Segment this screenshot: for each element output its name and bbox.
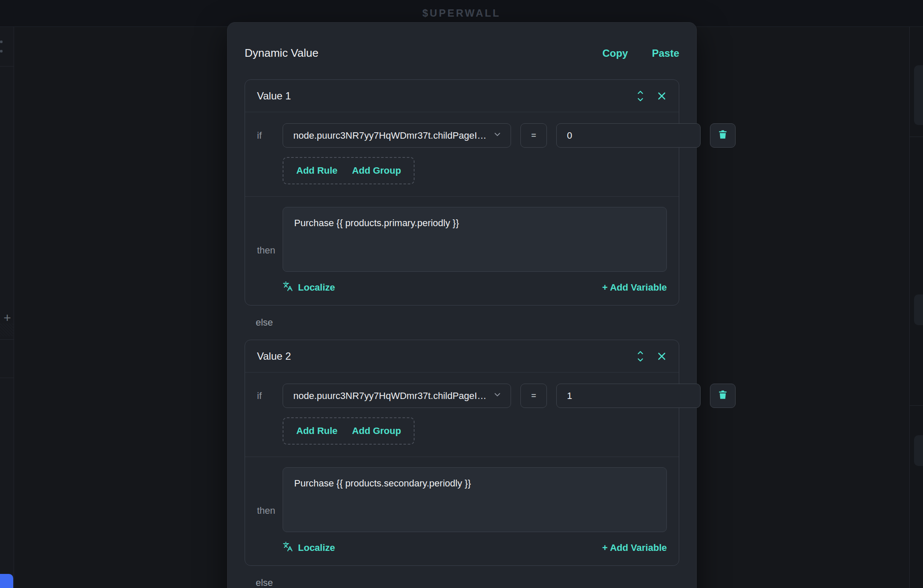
then-label: then: [257, 505, 283, 516]
modal-actions: Copy Paste: [602, 47, 679, 59]
divider: [0, 66, 14, 67]
divider: [0, 378, 14, 378]
else-label: else: [256, 577, 679, 588]
add-rule-group-box: Add Rule Add Group: [283, 157, 415, 184]
condition-value-input[interactable]: [556, 123, 701, 148]
if-label: if: [257, 130, 283, 141]
else-label: else: [256, 317, 679, 328]
add-rule-group-box: Add Rule Add Group: [283, 417, 415, 445]
operator-button[interactable]: =: [520, 384, 547, 408]
chat-launcher-badge[interactable]: [0, 574, 13, 588]
then-label: then: [257, 245, 283, 256]
then-footer: Localize + Add Variable: [283, 281, 667, 294]
add-rule-button[interactable]: Add Rule: [296, 425, 338, 437]
then-footer: Localize + Add Variable: [283, 541, 667, 554]
condition-field-value: node.puurc3NR7yy7HqWDmr37t.childPageI…: [293, 390, 486, 402]
add-variable-button[interactable]: + Add Variable: [602, 542, 667, 553]
value-card-header: Value 1: [245, 80, 679, 112]
left-panel-edge: [0, 27, 14, 588]
value-card-title: Value 2: [257, 350, 291, 362]
remove-value-button[interactable]: [657, 351, 667, 361]
dynamic-value-modal: Dynamic Value Copy Paste Value 1: [227, 22, 697, 588]
chevrons-up-down-icon: [635, 90, 646, 102]
then-section: then Purchase {{ products.primary.period…: [245, 196, 679, 305]
trash-icon: [717, 129, 728, 143]
add-node-button[interactable]: +: [1, 311, 14, 324]
modal-header: Dynamic Value Copy Paste: [245, 47, 679, 60]
add-group-button[interactable]: Add Group: [352, 425, 401, 437]
trash-icon: [717, 389, 728, 403]
move-value-button[interactable]: [635, 350, 646, 363]
divider: [910, 405, 923, 406]
then-value-textarea[interactable]: Purchase {{ products.primary.periodly }}: [283, 207, 667, 272]
chevrons-up-down-icon: [635, 350, 646, 363]
divider: [910, 137, 923, 137]
left-panel-icon-fragment: [0, 41, 3, 43]
rule-row: node.puurc3NR7yy7HqWDmr37t.childPageI… =: [283, 123, 736, 148]
localize-label: Localize: [298, 542, 335, 553]
add-rule-button[interactable]: Add Rule: [296, 165, 338, 176]
remove-value-button[interactable]: [657, 91, 667, 101]
localize-button[interactable]: Localize: [283, 541, 335, 554]
value-card-2: Value 2 if: [245, 340, 679, 566]
paste-button[interactable]: Paste: [652, 47, 679, 59]
then-value-textarea[interactable]: Purchase {{ products.secondary.periodly …: [283, 467, 667, 532]
languages-icon: [283, 541, 293, 554]
app-screen: $UPERWALL + Dynamic Value Copy Paste: [0, 0, 923, 588]
close-icon: [657, 91, 667, 101]
copy-button[interactable]: Copy: [602, 47, 628, 59]
value-card-1: Value 1 if: [245, 79, 679, 306]
move-value-button[interactable]: [635, 90, 646, 102]
condition-value-input[interactable]: [556, 384, 701, 408]
delete-rule-button[interactable]: [710, 384, 736, 408]
right-panel-fragment: [914, 294, 923, 325]
page-title: Dynamic Value: [245, 47, 318, 60]
left-panel-icon-fragment: [0, 50, 3, 52]
condition-field-dropdown[interactable]: node.puurc3NR7yy7HqWDmr37t.childPageI…: [283, 384, 511, 408]
localize-label: Localize: [298, 282, 335, 293]
right-panel-fragment: [914, 435, 923, 466]
condition-field-value: node.puurc3NR7yy7HqWDmr37t.childPageI…: [293, 130, 486, 141]
languages-icon: [283, 281, 293, 294]
delete-rule-button[interactable]: [710, 123, 736, 148]
chevron-down-icon: [493, 390, 502, 402]
add-variable-button[interactable]: + Add Variable: [602, 282, 667, 293]
value-card-controls: [635, 350, 667, 363]
then-section: then Purchase {{ products.secondary.peri…: [245, 457, 679, 565]
superwall-logo: $UPERWALL: [422, 7, 501, 19]
chevron-down-icon: [493, 130, 502, 142]
value-card-controls: [635, 90, 667, 102]
canvas-texture-fragment: [0, 323, 14, 336]
right-panel-fragment: [914, 65, 923, 125]
if-section: if node.puurc3NR7yy7HqWDmr37t.childPageI…: [245, 112, 679, 196]
if-label: if: [257, 390, 283, 402]
right-panel-edge: [909, 27, 923, 588]
condition-field-dropdown[interactable]: node.puurc3NR7yy7HqWDmr37t.childPageI…: [283, 123, 511, 148]
value-card-title: Value 1: [257, 90, 291, 102]
add-group-button[interactable]: Add Group: [352, 165, 401, 176]
operator-button[interactable]: =: [520, 123, 547, 148]
rule-row: node.puurc3NR7yy7HqWDmr37t.childPageI… =: [283, 384, 736, 408]
close-icon: [657, 351, 667, 361]
divider: [0, 339, 14, 340]
if-section: if node.puurc3NR7yy7HqWDmr37t.childPageI…: [245, 373, 679, 457]
localize-button[interactable]: Localize: [283, 281, 335, 294]
value-card-header: Value 2: [245, 340, 679, 373]
